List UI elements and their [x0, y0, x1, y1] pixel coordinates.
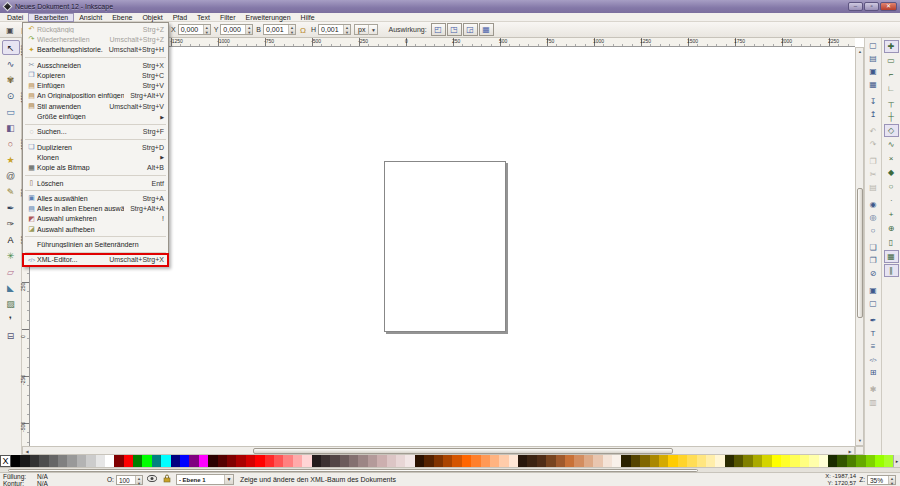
color-swatch[interactable]: [687, 455, 696, 467]
snap-bbox-center-toggle[interactable]: ┼: [884, 110, 899, 123]
color-swatch[interactable]: [218, 455, 227, 467]
zoom-input[interactable]: 35%: [868, 476, 888, 484]
color-swatch[interactable]: [875, 455, 884, 467]
menu-item-auswahl-umkehren[interactable]: ◩Auswahl umkehren!: [24, 214, 167, 224]
document-properties-button[interactable]: ▥: [866, 397, 880, 409]
y-spinner[interactable]: ▲▼: [245, 25, 252, 34]
menu-item-größe-einfügen[interactable]: Größe einfügen▶: [24, 111, 167, 121]
menubar-item-datei[interactable]: Datei: [2, 13, 28, 22]
group-button[interactable]: ▣: [866, 285, 880, 297]
menu-item-führungslinien-an-seitenrändern[interactable]: Führungslinien an Seitenrändern: [24, 239, 167, 249]
menu-item-einfügen[interactable]: ▤EinfügenStrg+V: [24, 80, 167, 90]
menu-item-xml-editor-[interactable]: </>XML-Editor...Umschalt+Strg+X: [24, 255, 167, 265]
color-swatch[interactable]: [321, 455, 330, 467]
open-document-button[interactable]: ▤: [866, 53, 880, 65]
menu-item-rückgängig[interactable]: ↶RückgängigStrg+Z: [24, 24, 167, 34]
color-swatch[interactable]: [537, 455, 546, 467]
width-input[interactable]: 0,001: [264, 25, 288, 34]
color-swatch[interactable]: [828, 455, 837, 467]
affect-move-patterns-toggle[interactable]: ▦: [479, 23, 494, 36]
color-swatch[interactable]: [612, 455, 621, 467]
color-swatch[interactable]: [490, 455, 499, 467]
color-swatch[interactable]: [650, 455, 659, 467]
menubar-item-pfad[interactable]: Pfad: [168, 13, 192, 22]
opacity-spinner[interactable]: ▲▼: [135, 476, 142, 484]
save-document-button[interactable]: ▣: [866, 66, 880, 78]
ungroup-button[interactable]: ▢: [866, 298, 880, 310]
color-swatch[interactable]: [743, 455, 752, 467]
ellipse-tool[interactable]: ○: [2, 136, 20, 151]
redo-button[interactable]: ↷: [866, 139, 880, 151]
color-swatch[interactable]: [30, 455, 39, 467]
y-input[interactable]: 0,000: [221, 25, 245, 34]
tweak-tool[interactable]: ✾: [2, 72, 20, 87]
color-swatch[interactable]: [443, 455, 452, 467]
color-swatch[interactable]: [180, 455, 189, 467]
color-swatch[interactable]: [340, 455, 349, 467]
maximize-button[interactable]: ▫: [864, 2, 879, 11]
bezier-pen-tool[interactable]: ✒: [2, 200, 20, 215]
preferences-button[interactable]: ✱: [866, 384, 880, 396]
color-swatch[interactable]: [246, 455, 255, 467]
menu-item-duplizieren[interactable]: ❏DuplizierenStrg+D: [24, 142, 167, 152]
color-swatch[interactable]: [734, 455, 743, 467]
color-swatch[interactable]: [471, 455, 480, 467]
rectangle-tool[interactable]: ▭: [2, 104, 20, 119]
color-swatch[interactable]: [133, 455, 142, 467]
color-swatch[interactable]: [725, 455, 734, 467]
menu-item-an-originalposition-einfügen[interactable]: ▤An Originalposition einfügenStrg+Alt+V: [24, 91, 167, 101]
snap-bbox-toggle[interactable]: ▭: [884, 54, 899, 67]
color-swatch[interactable]: [621, 455, 630, 467]
color-swatch[interactable]: [753, 455, 762, 467]
menu-item-alles-auswählen[interactable]: ▣Alles auswählenStrg+A: [24, 193, 167, 203]
xml-editor-dialog-button[interactable]: </>: [866, 354, 880, 366]
color-swatch[interactable]: [236, 455, 245, 467]
menu-item-wiederherstellen[interactable]: ↷WiederherstellenUmschalt+Strg+Z: [24, 34, 167, 44]
unit-dropdown[interactable]: px ▼: [354, 24, 378, 35]
menubar-item-bearbeiten[interactable]: Bearbeiten: [28, 13, 74, 22]
print-document-button[interactable]: ▦: [866, 79, 880, 91]
dropper-tool[interactable]: ❜: [2, 312, 20, 327]
pencil-tool[interactable]: ✎: [2, 184, 20, 199]
layer-visibility-icon[interactable]: [146, 475, 158, 484]
color-swatch[interactable]: [58, 455, 67, 467]
color-swatch[interactable]: [105, 455, 114, 467]
color-swatch[interactable]: [659, 455, 668, 467]
minimize-button[interactable]: –: [848, 2, 863, 11]
color-swatch[interactable]: [330, 455, 339, 467]
vertical-scrollbar[interactable]: ▲ ▼: [855, 47, 864, 446]
text-tool[interactable]: A: [2, 232, 20, 247]
select-all-button[interactable]: ▣: [3, 24, 17, 36]
node-tool[interactable]: ∿: [2, 56, 20, 71]
color-swatch[interactable]: [142, 455, 151, 467]
star-tool[interactable]: ★: [2, 152, 20, 167]
zoom-to-page-button[interactable]: ○: [866, 225, 880, 237]
color-swatch[interactable]: [762, 455, 771, 467]
export-image-button[interactable]: ↥: [866, 109, 880, 121]
3dbox-tool[interactable]: ◧: [2, 120, 20, 135]
color-swatch[interactable]: [415, 455, 424, 467]
fill-stroke-dialog-button[interactable]: ✒: [866, 315, 880, 327]
color-swatch[interactable]: [227, 455, 236, 467]
color-swatch[interactable]: [283, 455, 292, 467]
close-button[interactable]: ✕: [880, 2, 897, 11]
lock-ratio-icon[interactable]: Ω: [296, 24, 310, 36]
menubar-item-ansicht[interactable]: Ansicht: [74, 13, 107, 22]
document-page[interactable]: [384, 161, 506, 332]
text-dialog-button[interactable]: T: [866, 328, 880, 340]
no-color-swatch[interactable]: X: [0, 455, 11, 467]
color-swatch[interactable]: [574, 455, 583, 467]
snap-bbox-edge-midpoint-toggle[interactable]: ┬: [884, 96, 899, 109]
menu-item-alles-in-allen-ebenen-auswählen[interactable]: ▤Alles in allen Ebenen auswählenStrg+Alt…: [24, 203, 167, 213]
color-swatch[interactable]: [77, 455, 86, 467]
menubar-item-ebene[interactable]: Ebene: [107, 13, 137, 22]
affect-move-gradients-toggle[interactable]: ◲: [463, 23, 478, 36]
duplicate-button[interactable]: ❏: [866, 242, 880, 254]
palette-scroll-right-icon[interactable]: ▸: [893, 455, 900, 467]
menubar-item-hilfe[interactable]: Hilfe: [296, 13, 320, 22]
vertical-scroll-thumb[interactable]: [857, 188, 863, 318]
color-swatch[interactable]: [556, 455, 565, 467]
color-swatch[interactable]: [640, 455, 649, 467]
color-swatch[interactable]: [20, 455, 29, 467]
color-swatch[interactable]: [800, 455, 809, 467]
